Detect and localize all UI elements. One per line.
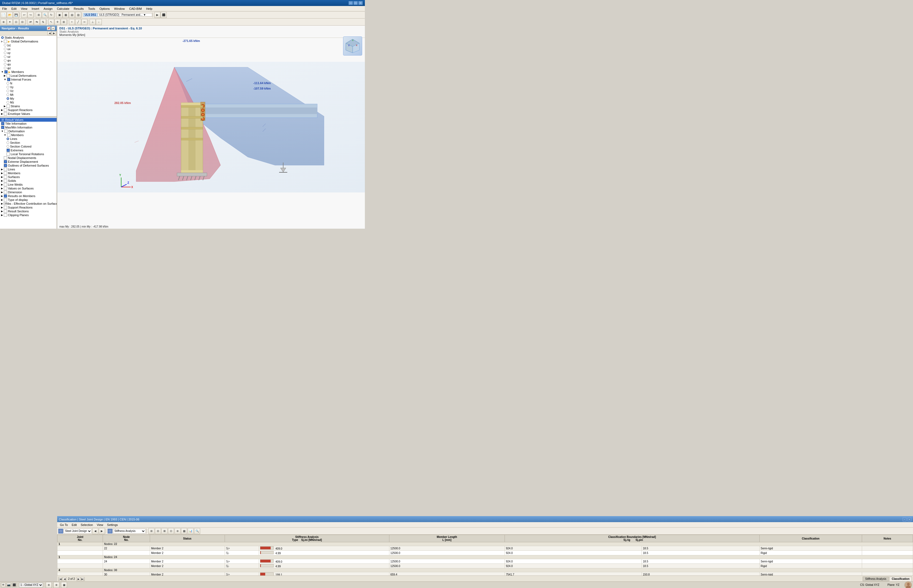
tb-run-btn[interactable]: ▶ bbox=[154, 12, 160, 18]
tb2-load[interactable]: ↓ bbox=[96, 19, 102, 25]
tree-lines-2[interactable]: ▶ Lines bbox=[0, 167, 57, 171]
open-btn[interactable]: 📂 bbox=[7, 12, 13, 18]
check-values-surfaces[interactable] bbox=[4, 187, 7, 190]
expand-icon[interactable]: ▶ bbox=[1, 195, 3, 197]
tree-uz[interactable]: uz bbox=[3, 55, 57, 58]
expand-icon[interactable]: ▼ bbox=[1, 71, 3, 73]
tb2-btn-4[interactable]: ⊟ bbox=[19, 19, 25, 25]
tb2-copy[interactable]: ⊞ bbox=[61, 19, 67, 25]
radio-lines[interactable] bbox=[6, 137, 9, 140]
tree-clipping-planes[interactable]: ▶ Clipping Planes bbox=[0, 213, 57, 217]
check-lines-2[interactable] bbox=[4, 168, 7, 171]
close-button[interactable]: × bbox=[358, 1, 363, 5]
tree-values-surfaces[interactable]: ▶ Values on Surfaces bbox=[0, 186, 57, 190]
tb2-node[interactable]: • bbox=[69, 19, 75, 25]
expand-icon[interactable]: ▶ bbox=[1, 214, 3, 216]
tree-internal-forces[interactable]: ▼ ✓ Internal Forces bbox=[3, 78, 57, 81]
expand-icon[interactable]: ▶ bbox=[1, 202, 3, 205]
menu-tools[interactable]: Tools bbox=[86, 6, 97, 11]
tree-members-group[interactable]: ▼ ✓ ▶ Members bbox=[0, 70, 57, 74]
radio-uz[interactable] bbox=[4, 55, 6, 58]
tree-phix[interactable]: φx bbox=[3, 58, 57, 62]
check-internal-forces[interactable]: ✓ bbox=[7, 78, 10, 81]
expand-icon[interactable]: ▶ bbox=[1, 199, 3, 201]
check-outlines[interactable]: ✓ bbox=[4, 164, 7, 167]
tree-section-def[interactable]: Section bbox=[5, 141, 57, 145]
tree-surfaces[interactable]: ▶ Surfaces bbox=[0, 175, 57, 179]
tree-envelope[interactable]: ▶ Envelope Values bbox=[0, 112, 57, 116]
menu-view[interactable]: View bbox=[19, 6, 30, 11]
tb-stop-btn[interactable]: ⬛ bbox=[161, 12, 166, 18]
tb2-btn-7[interactable]: ⇅ bbox=[40, 19, 46, 25]
check-surfaces[interactable] bbox=[4, 175, 7, 179]
tree-N[interactable]: N bbox=[5, 81, 57, 85]
check-dimension[interactable] bbox=[4, 191, 7, 194]
redo-btn[interactable]: ↪ bbox=[27, 12, 34, 18]
check-maxmin[interactable]: ✓ bbox=[1, 126, 4, 129]
tb-btn-3[interactable]: ▤ bbox=[69, 12, 75, 18]
check-members[interactable]: ✓ bbox=[4, 70, 8, 73]
check-strains[interactable] bbox=[6, 105, 10, 108]
tree-dimension[interactable]: ▶ Dimension bbox=[0, 190, 57, 194]
tb2-member[interactable]: ═ bbox=[81, 19, 87, 25]
check-members-2[interactable] bbox=[4, 171, 7, 175]
menu-help[interactable]: Help bbox=[144, 6, 155, 11]
expand-icon[interactable]: ▶ bbox=[1, 168, 3, 171]
expand-icon[interactable]: ▼ bbox=[4, 78, 6, 81]
menu-options[interactable]: Options bbox=[97, 6, 112, 11]
check-solids[interactable] bbox=[4, 179, 7, 183]
tree-Vy[interactable]: Vy bbox=[5, 85, 57, 89]
tree-extreme-disp[interactable]: ✓ Extreme Displacement bbox=[3, 160, 57, 163]
tb2-move[interactable]: ✛ bbox=[55, 19, 60, 25]
nav-prev-btn[interactable]: ◀ bbox=[47, 31, 52, 35]
tree-results-members[interactable]: ▶ ✓ Results on Members bbox=[0, 194, 57, 198]
tb-btn-4[interactable]: ▥ bbox=[75, 12, 81, 18]
tree-uy[interactable]: uy bbox=[3, 51, 57, 55]
tb2-select[interactable]: ↖ bbox=[48, 19, 54, 25]
tree-phiy[interactable]: φy bbox=[3, 62, 57, 66]
tb2-btn-3[interactable]: ⊡ bbox=[13, 19, 19, 25]
expand-icon[interactable]: ▶ bbox=[1, 172, 3, 174]
radio-Vz[interactable] bbox=[6, 90, 9, 92]
radio-static[interactable] bbox=[1, 36, 4, 39]
check-title-info[interactable]: ✓ bbox=[1, 122, 4, 125]
zoom-in-btn[interactable]: 🔍 bbox=[42, 12, 48, 18]
tb-btn-1[interactable]: ▣ bbox=[57, 12, 62, 18]
menu-window[interactable]: Window bbox=[112, 6, 127, 11]
tb2-btn-1[interactable]: ⊕ bbox=[0, 19, 6, 25]
tree-support-reactions-2[interactable]: ▶ Support Reactions bbox=[0, 205, 57, 209]
tree-nodal-disp[interactable]: Nodal Displacements bbox=[3, 156, 57, 160]
tb2-line[interactable]: ╱ bbox=[75, 19, 81, 25]
tree-title-info[interactable]: ✓ Title Information bbox=[0, 122, 57, 126]
viewport[interactable]: DS1 - ULS (STR/GEO) : Permanent and tran… bbox=[57, 26, 365, 229]
new-btn[interactable]: 📄 bbox=[0, 12, 6, 18]
tree-u-abs[interactable]: |u| bbox=[3, 43, 57, 47]
check-result-sections[interactable] bbox=[4, 210, 7, 213]
expand-icon[interactable]: ▶ bbox=[1, 112, 3, 115]
nav-next-btn[interactable]: ▶ bbox=[52, 31, 56, 35]
radio-phiy[interactable] bbox=[4, 63, 6, 66]
tree-type-display[interactable]: ▶ Type of display bbox=[0, 198, 57, 202]
radio-section-colored[interactable] bbox=[6, 145, 9, 148]
expand-icon[interactable]: ▶ bbox=[1, 183, 3, 186]
radio-ux[interactable] bbox=[4, 48, 6, 50]
radio-phiz[interactable] bbox=[4, 67, 6, 69]
radio-Mt[interactable] bbox=[6, 94, 9, 96]
menu-assign[interactable]: Assign bbox=[41, 6, 55, 11]
load-case-dropdown[interactable]: ULS (STR/GEO) · Permanent and... ▼ bbox=[98, 13, 152, 16]
expand-icon[interactable]: ▶ bbox=[1, 179, 3, 182]
radio-N[interactable] bbox=[6, 82, 9, 85]
tree-extremes[interactable]: ✓ Extremes bbox=[5, 149, 57, 152]
tb2-support[interactable]: ⊥ bbox=[90, 19, 95, 25]
tree-ux[interactable]: ux bbox=[3, 47, 57, 51]
tree-result-values[interactable]: ✓ Result Values bbox=[0, 118, 57, 122]
check-clipping[interactable] bbox=[4, 213, 7, 217]
zoom-all-btn[interactable]: ⊞ bbox=[36, 12, 42, 18]
expand-icon[interactable]: ▶ bbox=[1, 206, 3, 209]
tree-Vz[interactable]: Vz bbox=[5, 89, 57, 93]
tree-outlines-deformed[interactable]: ✓ Outlines of Deformed Surfaces bbox=[3, 163, 57, 167]
tree-Mt[interactable]: Mt bbox=[5, 93, 57, 97]
expand-icon[interactable]: ▼ bbox=[1, 130, 3, 132]
check-envelope[interactable] bbox=[4, 112, 7, 115]
radio-uy[interactable] bbox=[4, 52, 6, 54]
